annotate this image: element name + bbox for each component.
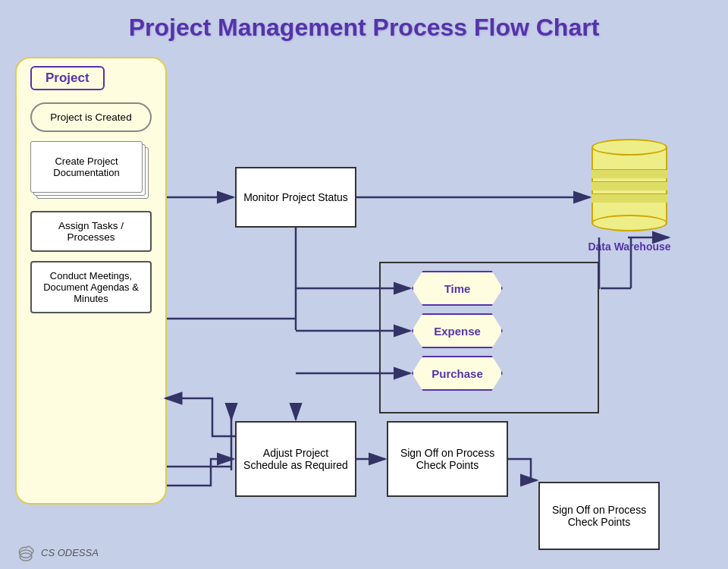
logo-text: CS ODESSA <box>41 547 99 558</box>
logo-icon <box>15 542 36 563</box>
cylinder-bottom <box>592 215 667 231</box>
cylinder-top <box>592 139 667 156</box>
logo: CS ODESSA <box>15 542 99 563</box>
cylinder-body <box>592 147 667 223</box>
adjust-box: Adjust Project Schedule as Required <box>235 421 356 497</box>
purchase-hex-shape: Purchase <box>412 356 503 391</box>
project-lane: Project Project is Created Create Projec… <box>15 57 167 505</box>
data-warehouse: Data Warehouse <box>592 139 667 231</box>
expense-hex: Expense <box>412 313 503 348</box>
time-hex: Time <box>412 271 503 306</box>
time-hex-shape: Time <box>412 271 503 306</box>
sign-off-2-box: Sign Off on Process Check Points <box>538 482 660 550</box>
sign-off-1-box: Sign Off on Process Check Points <box>387 421 508 497</box>
create-doc-box: Create Project Documentation <box>30 141 152 202</box>
conduct-meetings-box: Conduct Meetings, Document Agendas & Min… <box>30 261 152 313</box>
page-title: Project Management Process Flow Chart <box>0 0 728 49</box>
main-area: Project Project is Created Create Projec… <box>15 49 713 535</box>
data-warehouse-label: Data Warehouse <box>584 240 675 253</box>
expense-hex-shape: Expense <box>412 313 503 348</box>
assign-tasks-box: Assign Tasks / Processes <box>30 211 152 252</box>
project-label: Project <box>30 66 105 90</box>
purchase-hex: Purchase <box>412 356 503 391</box>
project-created-box: Project is Created <box>30 102 152 132</box>
monitor-box: Monitor Project Status <box>235 167 356 228</box>
